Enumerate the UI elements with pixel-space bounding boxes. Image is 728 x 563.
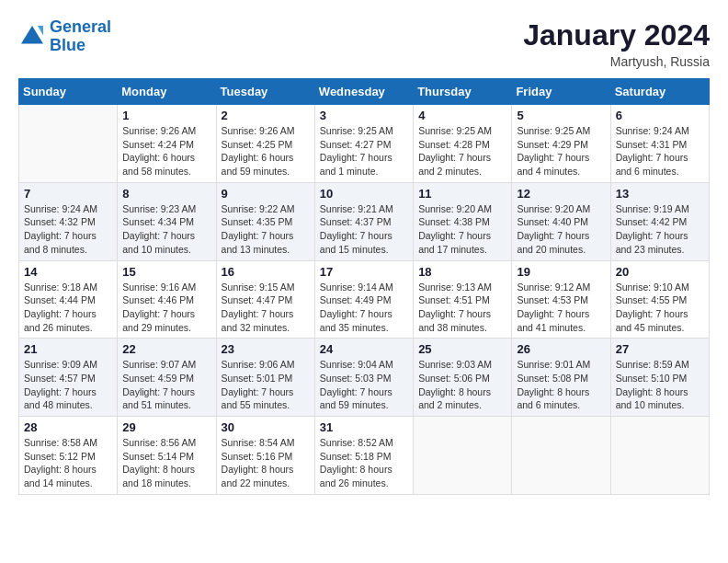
day-number: 9 bbox=[222, 187, 310, 201]
calendar-cell: 5Sunrise: 9:25 AM Sunset: 4:29 PM Daylig… bbox=[512, 105, 610, 183]
day-number: 12 bbox=[517, 187, 605, 201]
day-info: Sunrise: 8:56 AM Sunset: 5:14 PM Dayligh… bbox=[122, 436, 210, 490]
day-number: 13 bbox=[616, 187, 704, 201]
day-info: Sunrise: 9:14 AM Sunset: 4:49 PM Dayligh… bbox=[320, 281, 408, 335]
calendar-cell: 25Sunrise: 9:03 AM Sunset: 5:06 PM Dayli… bbox=[414, 339, 512, 417]
calendar-cell: 20Sunrise: 9:10 AM Sunset: 4:55 PM Dayli… bbox=[610, 260, 709, 339]
day-number: 28 bbox=[24, 420, 112, 434]
day-info: Sunrise: 9:09 AM Sunset: 4:57 PM Dayligh… bbox=[24, 358, 112, 412]
calendar-cell: 6Sunrise: 9:24 AM Sunset: 4:31 PM Daylig… bbox=[610, 105, 709, 183]
calendar-cell: 31Sunrise: 8:52 AM Sunset: 5:18 PM Dayli… bbox=[314, 417, 413, 495]
week-row-1: 1Sunrise: 9:26 AM Sunset: 4:24 PM Daylig… bbox=[19, 105, 710, 183]
day-info: Sunrise: 9:20 AM Sunset: 4:40 PM Dayligh… bbox=[517, 202, 605, 257]
calendar-cell: 12Sunrise: 9:20 AM Sunset: 4:40 PM Dayli… bbox=[512, 182, 610, 260]
calendar-cell: 27Sunrise: 8:59 AM Sunset: 5:10 PM Dayli… bbox=[610, 339, 709, 417]
calendar-cell bbox=[512, 417, 610, 495]
day-number: 29 bbox=[122, 420, 210, 434]
logo-text: General Blue bbox=[50, 18, 111, 55]
day-info: Sunrise: 9:24 AM Sunset: 4:31 PM Dayligh… bbox=[616, 124, 704, 178]
calendar-cell: 2Sunrise: 9:26 AM Sunset: 4:25 PM Daylig… bbox=[216, 105, 314, 183]
day-info: Sunrise: 9:13 AM Sunset: 4:51 PM Dayligh… bbox=[418, 281, 506, 335]
day-info: Sunrise: 9:26 AM Sunset: 4:24 PM Dayligh… bbox=[122, 124, 210, 178]
calendar-cell: 28Sunrise: 8:58 AM Sunset: 5:12 PM Dayli… bbox=[19, 417, 118, 495]
day-number: 22 bbox=[122, 342, 210, 356]
day-info: Sunrise: 9:22 AM Sunset: 4:35 PM Dayligh… bbox=[222, 202, 310, 257]
calendar-cell: 30Sunrise: 8:54 AM Sunset: 5:16 PM Dayli… bbox=[216, 417, 314, 495]
day-number: 21 bbox=[24, 342, 112, 356]
calendar-cell: 4Sunrise: 9:25 AM Sunset: 4:28 PM Daylig… bbox=[414, 105, 512, 183]
calendar-cell: 13Sunrise: 9:19 AM Sunset: 4:42 PM Dayli… bbox=[610, 182, 709, 260]
day-info: Sunrise: 8:59 AM Sunset: 5:10 PM Dayligh… bbox=[616, 358, 704, 412]
day-number: 8 bbox=[122, 187, 210, 201]
day-number: 17 bbox=[320, 265, 408, 279]
calendar-cell: 16Sunrise: 9:15 AM Sunset: 4:47 PM Dayli… bbox=[216, 260, 314, 339]
day-number: 16 bbox=[222, 265, 310, 279]
day-number: 30 bbox=[222, 420, 310, 434]
day-info: Sunrise: 9:26 AM Sunset: 4:25 PM Dayligh… bbox=[222, 124, 310, 178]
day-number: 26 bbox=[517, 342, 605, 356]
weekday-header-tuesday: Tuesday bbox=[216, 79, 314, 105]
day-number: 27 bbox=[616, 342, 704, 356]
day-info: Sunrise: 9:01 AM Sunset: 5:08 PM Dayligh… bbox=[517, 358, 605, 412]
weekday-header-friday: Friday bbox=[512, 79, 610, 105]
calendar-cell bbox=[19, 105, 118, 183]
day-number: 6 bbox=[616, 109, 704, 122]
day-info: Sunrise: 9:25 AM Sunset: 4:29 PM Dayligh… bbox=[517, 124, 605, 178]
calendar-cell: 26Sunrise: 9:01 AM Sunset: 5:08 PM Dayli… bbox=[512, 339, 610, 417]
calendar-cell: 14Sunrise: 9:18 AM Sunset: 4:44 PM Dayli… bbox=[19, 260, 118, 339]
weekday-header-row: SundayMondayTuesdayWednesdayThursdayFrid… bbox=[19, 79, 710, 105]
day-info: Sunrise: 9:18 AM Sunset: 4:44 PM Dayligh… bbox=[24, 281, 112, 335]
day-info: Sunrise: 9:21 AM Sunset: 4:37 PM Dayligh… bbox=[320, 202, 408, 257]
day-number: 7 bbox=[24, 187, 112, 201]
logo: General Blue bbox=[18, 18, 111, 55]
week-row-2: 7Sunrise: 9:24 AM Sunset: 4:32 PM Daylig… bbox=[19, 182, 710, 260]
page-header: General Blue January 2024 Martyush, Russ… bbox=[18, 18, 710, 69]
day-info: Sunrise: 9:03 AM Sunset: 5:06 PM Dayligh… bbox=[418, 358, 506, 412]
day-number: 18 bbox=[418, 265, 506, 279]
calendar-cell: 24Sunrise: 9:04 AM Sunset: 5:03 PM Dayli… bbox=[314, 339, 413, 417]
logo-icon bbox=[18, 23, 46, 51]
week-row-5: 28Sunrise: 8:58 AM Sunset: 5:12 PM Dayli… bbox=[19, 417, 710, 495]
calendar-cell: 22Sunrise: 9:07 AM Sunset: 4:59 PM Dayli… bbox=[118, 339, 216, 417]
weekday-header-sunday: Sunday bbox=[19, 79, 118, 105]
calendar-cell: 23Sunrise: 9:06 AM Sunset: 5:01 PM Dayli… bbox=[216, 339, 314, 417]
day-number: 20 bbox=[616, 265, 704, 279]
week-row-3: 14Sunrise: 9:18 AM Sunset: 4:44 PM Dayli… bbox=[19, 260, 710, 339]
day-info: Sunrise: 8:54 AM Sunset: 5:16 PM Dayligh… bbox=[222, 436, 310, 490]
calendar-cell bbox=[610, 417, 709, 495]
weekday-header-thursday: Thursday bbox=[414, 79, 512, 105]
calendar-cell: 9Sunrise: 9:22 AM Sunset: 4:35 PM Daylig… bbox=[216, 182, 314, 260]
day-number: 15 bbox=[122, 265, 210, 279]
weekday-header-saturday: Saturday bbox=[610, 79, 709, 105]
day-info: Sunrise: 9:24 AM Sunset: 4:32 PM Dayligh… bbox=[24, 202, 112, 257]
week-row-4: 21Sunrise: 9:09 AM Sunset: 4:57 PM Dayli… bbox=[19, 339, 710, 417]
day-info: Sunrise: 9:10 AM Sunset: 4:55 PM Dayligh… bbox=[616, 281, 704, 335]
day-number: 1 bbox=[122, 109, 210, 122]
day-number: 14 bbox=[24, 265, 112, 279]
calendar-cell: 18Sunrise: 9:13 AM Sunset: 4:51 PM Dayli… bbox=[414, 260, 512, 339]
day-info: Sunrise: 9:04 AM Sunset: 5:03 PM Dayligh… bbox=[320, 358, 408, 412]
calendar-cell bbox=[414, 417, 512, 495]
day-number: 24 bbox=[320, 342, 408, 356]
day-number: 5 bbox=[517, 109, 605, 122]
calendar-cell: 17Sunrise: 9:14 AM Sunset: 4:49 PM Dayli… bbox=[314, 260, 413, 339]
day-info: Sunrise: 8:58 AM Sunset: 5:12 PM Dayligh… bbox=[24, 436, 112, 490]
day-info: Sunrise: 9:07 AM Sunset: 4:59 PM Dayligh… bbox=[122, 358, 210, 412]
calendar-cell: 10Sunrise: 9:21 AM Sunset: 4:37 PM Dayli… bbox=[314, 182, 413, 260]
day-info: Sunrise: 9:12 AM Sunset: 4:53 PM Dayligh… bbox=[517, 281, 605, 335]
title-block: January 2024 Martyush, Russia bbox=[523, 18, 710, 69]
calendar-table: SundayMondayTuesdayWednesdayThursdayFrid… bbox=[18, 78, 710, 495]
day-info: Sunrise: 9:15 AM Sunset: 4:47 PM Dayligh… bbox=[222, 281, 310, 335]
day-info: Sunrise: 9:25 AM Sunset: 4:28 PM Dayligh… bbox=[418, 124, 506, 178]
weekday-header-wednesday: Wednesday bbox=[314, 79, 413, 105]
day-info: Sunrise: 9:06 AM Sunset: 5:01 PM Dayligh… bbox=[222, 358, 310, 412]
day-number: 10 bbox=[320, 187, 408, 201]
day-info: Sunrise: 8:52 AM Sunset: 5:18 PM Dayligh… bbox=[320, 436, 408, 490]
day-number: 31 bbox=[320, 420, 408, 434]
svg-marker-1 bbox=[38, 26, 43, 36]
day-number: 3 bbox=[320, 109, 408, 122]
calendar-cell: 19Sunrise: 9:12 AM Sunset: 4:53 PM Dayli… bbox=[512, 260, 610, 339]
day-info: Sunrise: 9:25 AM Sunset: 4:27 PM Dayligh… bbox=[320, 124, 408, 178]
calendar-cell: 11Sunrise: 9:20 AM Sunset: 4:38 PM Dayli… bbox=[414, 182, 512, 260]
month-title: January 2024 bbox=[523, 18, 710, 52]
